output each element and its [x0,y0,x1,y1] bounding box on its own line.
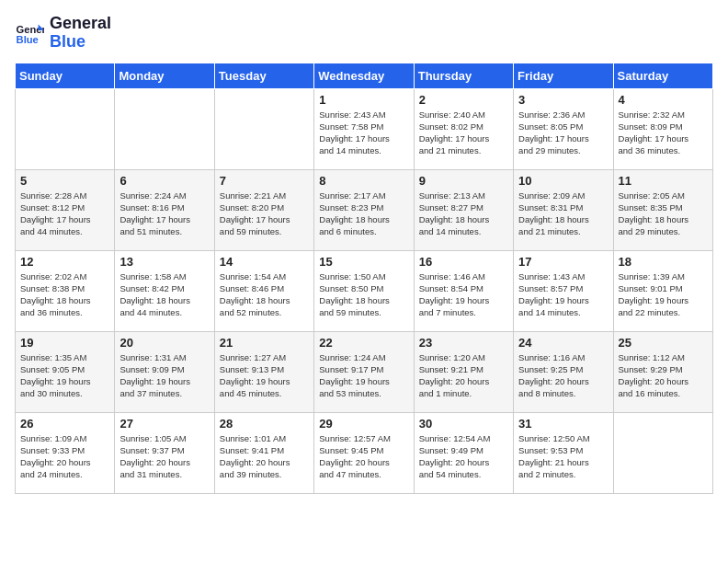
calendar-day-cell: 18Sunrise: 1:39 AM Sunset: 9:01 PM Dayli… [613,250,712,331]
calendar-day-cell: 15Sunrise: 1:50 AM Sunset: 8:50 PM Dayli… [314,250,414,331]
calendar-week-row: 26Sunrise: 1:09 AM Sunset: 9:33 PM Dayli… [16,412,713,493]
day-number: 7 [220,174,309,188]
day-of-week-header: Sunday [16,63,115,88]
calendar-day-cell: 27Sunrise: 1:05 AM Sunset: 9:37 PM Dayli… [115,412,214,493]
day-info: Sunrise: 12:50 AM Sunset: 9:53 PM Daylig… [518,432,608,481]
day-number: 3 [518,93,608,107]
day-number: 30 [419,417,508,431]
day-number: 4 [619,93,708,107]
day-number: 13 [119,255,209,269]
day-number: 18 [619,255,708,269]
day-number: 9 [419,174,508,188]
day-info: Sunrise: 1:20 AM Sunset: 9:21 PM Dayligh… [419,351,508,400]
day-of-week-header: Friday [514,63,613,88]
day-info: Sunrise: 1:39 AM Sunset: 9:01 PM Dayligh… [619,270,708,319]
calendar-day-cell: 21Sunrise: 1:27 AM Sunset: 9:13 PM Dayli… [214,331,313,412]
day-info: Sunrise: 1:58 AM Sunset: 8:42 PM Dayligh… [119,270,209,319]
calendar-day-cell: 19Sunrise: 1:35 AM Sunset: 9:05 PM Dayli… [16,331,115,412]
day-number: 20 [119,336,209,350]
calendar-day-cell: 22Sunrise: 1:24 AM Sunset: 9:17 PM Dayli… [314,331,414,412]
day-number: 5 [20,174,109,188]
calendar-day-cell: 29Sunrise: 12:57 AM Sunset: 9:45 PM Dayl… [314,412,414,493]
calendar-day-cell [115,88,214,169]
day-info: Sunrise: 2:32 AM Sunset: 8:09 PM Dayligh… [619,109,708,157]
calendar-week-row: 5Sunrise: 2:28 AM Sunset: 8:12 PM Daylig… [16,169,713,250]
calendar-day-cell: 17Sunrise: 1:43 AM Sunset: 8:57 PM Dayli… [514,250,613,331]
calendar-day-cell: 6Sunrise: 2:24 AM Sunset: 8:16 PM Daylig… [115,169,214,250]
calendar-day-cell: 9Sunrise: 2:13 AM Sunset: 8:27 PM Daylig… [414,169,513,250]
day-info: Sunrise: 1:31 AM Sunset: 9:09 PM Dayligh… [119,351,209,400]
day-number: 25 [619,336,708,350]
day-info: Sunrise: 2:05 AM Sunset: 8:35 PM Dayligh… [619,190,708,238]
day-info: Sunrise: 1:43 AM Sunset: 8:57 PM Dayligh… [518,270,608,319]
day-number: 1 [319,93,408,107]
day-number: 23 [419,336,508,350]
day-number: 27 [119,417,209,431]
day-info: Sunrise: 1:05 AM Sunset: 9:37 PM Dayligh… [119,432,209,481]
day-of-week-header: Saturday [613,63,712,88]
calendar-day-cell: 2Sunrise: 2:40 AM Sunset: 8:02 PM Daylig… [414,88,513,169]
calendar-day-cell: 26Sunrise: 1:09 AM Sunset: 9:33 PM Dayli… [16,412,115,493]
logo-icon: General Blue [15,18,44,48]
calendar-day-cell: 16Sunrise: 1:46 AM Sunset: 8:54 PM Dayli… [414,250,513,331]
day-number: 12 [20,255,109,269]
calendar-week-row: 19Sunrise: 1:35 AM Sunset: 9:05 PM Dayli… [16,331,713,412]
day-number: 28 [220,417,309,431]
calendar-day-cell: 23Sunrise: 1:20 AM Sunset: 9:21 PM Dayli… [414,331,513,412]
day-number: 6 [119,174,209,188]
calendar-day-cell [16,88,115,169]
day-info: Sunrise: 2:43 AM Sunset: 7:58 PM Dayligh… [319,109,408,157]
day-info: Sunrise: 1:35 AM Sunset: 9:05 PM Dayligh… [20,351,109,400]
page-header: General Blue General Blue [15,15,713,52]
calendar-day-cell: 24Sunrise: 1:16 AM Sunset: 9:25 PM Dayli… [514,331,613,412]
day-info: Sunrise: 1:12 AM Sunset: 9:29 PM Dayligh… [619,351,708,400]
calendar-day-cell: 31Sunrise: 12:50 AM Sunset: 9:53 PM Dayl… [514,412,613,493]
calendar-day-cell: 4Sunrise: 2:32 AM Sunset: 8:09 PM Daylig… [613,88,712,169]
logo-general-text: General [50,15,111,33]
day-number: 19 [20,336,109,350]
day-info: Sunrise: 1:01 AM Sunset: 9:41 PM Dayligh… [220,432,309,481]
day-info: Sunrise: 1:46 AM Sunset: 8:54 PM Dayligh… [419,270,508,319]
day-info: Sunrise: 2:28 AM Sunset: 8:12 PM Dayligh… [20,190,109,238]
calendar-day-cell: 7Sunrise: 2:21 AM Sunset: 8:20 PM Daylig… [214,169,313,250]
day-info: Sunrise: 1:16 AM Sunset: 9:25 PM Dayligh… [518,351,608,400]
calendar-day-cell: 10Sunrise: 2:09 AM Sunset: 8:31 PM Dayli… [514,169,613,250]
calendar-week-row: 12Sunrise: 2:02 AM Sunset: 8:38 PM Dayli… [16,250,713,331]
day-number: 14 [220,255,309,269]
day-number: 24 [518,336,608,350]
day-info: Sunrise: 1:50 AM Sunset: 8:50 PM Dayligh… [319,270,408,319]
calendar-day-cell: 5Sunrise: 2:28 AM Sunset: 8:12 PM Daylig… [16,169,115,250]
calendar-header-row: SundayMondayTuesdayWednesdayThursdayFrid… [16,63,713,88]
calendar-day-cell: 12Sunrise: 2:02 AM Sunset: 8:38 PM Dayli… [16,250,115,331]
day-info: Sunrise: 2:21 AM Sunset: 8:20 PM Dayligh… [220,190,309,238]
calendar-day-cell [613,412,712,493]
day-of-week-header: Thursday [414,63,513,88]
calendar-week-row: 1Sunrise: 2:43 AM Sunset: 7:58 PM Daylig… [16,88,713,169]
day-number: 26 [20,417,109,431]
day-info: Sunrise: 12:54 AM Sunset: 9:49 PM Daylig… [419,432,508,481]
day-info: Sunrise: 1:54 AM Sunset: 8:46 PM Dayligh… [220,270,309,319]
day-info: Sunrise: 2:24 AM Sunset: 8:16 PM Dayligh… [119,190,209,238]
day-number: 15 [319,255,408,269]
calendar-table: SundayMondayTuesdayWednesdayThursdayFrid… [15,63,713,494]
day-number: 16 [419,255,508,269]
calendar-day-cell: 20Sunrise: 1:31 AM Sunset: 9:09 PM Dayli… [115,331,214,412]
day-of-week-header: Tuesday [214,63,313,88]
day-number: 29 [319,417,408,431]
logo: General Blue General Blue [15,15,111,52]
day-number: 17 [518,255,608,269]
svg-text:Blue: Blue [17,34,39,45]
day-info: Sunrise: 2:13 AM Sunset: 8:27 PM Dayligh… [419,190,508,238]
day-number: 22 [319,336,408,350]
day-info: Sunrise: 2:40 AM Sunset: 8:02 PM Dayligh… [419,109,508,157]
day-number: 31 [518,417,608,431]
calendar-day-cell: 28Sunrise: 1:01 AM Sunset: 9:41 PM Dayli… [214,412,313,493]
day-info: Sunrise: 2:36 AM Sunset: 8:05 PM Dayligh… [518,109,608,157]
day-of-week-header: Wednesday [314,63,414,88]
day-number: 11 [619,174,708,188]
calendar-day-cell: 14Sunrise: 1:54 AM Sunset: 8:46 PM Dayli… [214,250,313,331]
day-info: Sunrise: 2:09 AM Sunset: 8:31 PM Dayligh… [518,190,608,238]
day-info: Sunrise: 2:02 AM Sunset: 8:38 PM Dayligh… [20,270,109,319]
day-of-week-header: Monday [115,63,214,88]
day-info: Sunrise: 1:24 AM Sunset: 9:17 PM Dayligh… [319,351,408,400]
